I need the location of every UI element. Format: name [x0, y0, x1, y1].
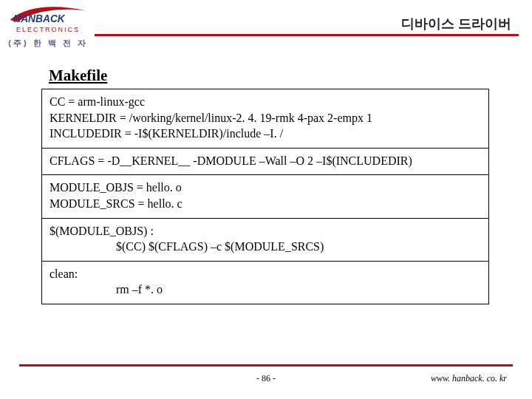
page-title: 디바이스 드라이버: [401, 15, 511, 33]
code-line: CFLAGS = -D__KERNEL__ -DMODULE –Wall –O …: [50, 153, 481, 169]
section-title: Makefile: [49, 66, 107, 85]
footer-url: www. hanback. co. kr: [431, 373, 507, 384]
code-block-2: CFLAGS = -D__KERNEL__ -DMODULE –Wall –O …: [42, 149, 488, 176]
header-divider: [95, 34, 519, 36]
brand-korean: (주) 한 백 전 자: [7, 38, 89, 49]
code-block-4: $(MODULE_OBJS) : $(CC) $(CFLAGS) –c $(MO…: [42, 219, 488, 262]
code-line: MODULE_OBJS = hello. o: [50, 180, 481, 196]
code-line: $(CC) $(CFLAGS) –c $(MODULE_SRCS): [50, 239, 481, 255]
code-block-5: clean: rm –f *. o: [42, 262, 488, 304]
brand-word: HANBACK: [13, 13, 66, 24]
footer-divider: [19, 364, 513, 366]
code-line: MODULE_SRCS = hello. c: [50, 196, 481, 212]
code-box: CC = arm-linux-gcc KERNELDIR = /working/…: [41, 89, 489, 304]
code-block-3: MODULE_OBJS = hello. o MODULE_SRCS = hel…: [42, 175, 488, 218]
code-line: INCLUDEDIR = -I$(KERNELDIR)/include –I. …: [50, 126, 481, 142]
code-line: $(MODULE_OBJS) :: [50, 223, 481, 239]
brand-logo: HANBACK ELECTRONICS (주) 한 백 전 자: [7, 4, 89, 49]
brand-subtitle: ELECTRONICS: [7, 26, 89, 33]
code-line: KERNELDIR = /working/kernel/linux-2. 4. …: [50, 110, 481, 126]
code-line: clean:: [50, 266, 481, 282]
code-block-1: CC = arm-linux-gcc KERNELDIR = /working/…: [42, 89, 488, 149]
slide: HANBACK ELECTRONICS (주) 한 백 전 자 디바이스 드라이…: [0, 0, 532, 399]
swoosh-icon: HANBACK: [7, 4, 89, 25]
code-line: rm –f *. o: [50, 282, 481, 298]
code-line: CC = arm-linux-gcc: [50, 94, 481, 110]
